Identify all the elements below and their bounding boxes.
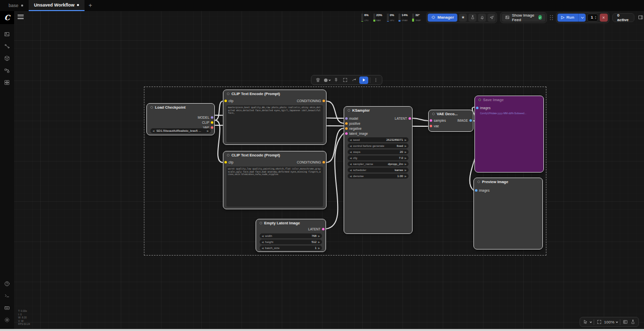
increment-arrow-icon[interactable]: ▶ bbox=[207, 130, 209, 132]
input-slot-clip[interactable]: clip bbox=[224, 99, 233, 103]
run-button[interactable]: ▷ Run bbox=[557, 14, 579, 22]
decrement-arrow-icon[interactable]: ◀ bbox=[350, 169, 352, 172]
slot-dot[interactable] bbox=[469, 119, 472, 122]
negative-prompt-textarea[interactable]: worst quality,low quality,painting,sketc… bbox=[226, 167, 323, 207]
filename-prefix-widget[interactable]: ComfyUI%date:yyyy-MM-dd%-Subseed... bbox=[480, 112, 540, 115]
input-slot-images[interactable]: images bbox=[476, 106, 491, 110]
increment-arrow-icon[interactable]: ▶ bbox=[318, 247, 320, 250]
output-slot-model[interactable]: MODEL bbox=[198, 116, 213, 119]
output-slot-latent[interactable]: LATENT bbox=[308, 227, 325, 231]
cfg-widget[interactable]: ◀ cfg 7.0 ▶ bbox=[348, 155, 409, 160]
pin-icon[interactable] bbox=[332, 76, 340, 84]
model-library-icon[interactable] bbox=[0, 52, 14, 64]
star-icon[interactable]: ★ bbox=[459, 14, 467, 22]
increment-arrow-icon[interactable]: ▶ bbox=[405, 151, 407, 153]
decrement-arrow-icon[interactable]: ◀ bbox=[262, 241, 264, 243]
input-slot-negative[interactable]: negative bbox=[345, 127, 362, 130]
canvas[interactable]: Load Checkpoint MODEL CLIP VAE ◀ SD1.5\b… bbox=[0, 0, 644, 331]
steps-widget[interactable]: ◀ steps 20 ▶ bbox=[348, 149, 409, 154]
decrement-arrow-icon[interactable]: ◀ bbox=[152, 130, 154, 132]
decrement-arrow-icon[interactable]: ◀ bbox=[262, 235, 264, 237]
slot-dot[interactable] bbox=[430, 125, 432, 127]
slot-dot[interactable] bbox=[430, 119, 432, 122]
minimap-icon[interactable] bbox=[623, 319, 628, 324]
more-icon[interactable] bbox=[372, 76, 379, 84]
input-slot-latent-image[interactable]: latent_image bbox=[345, 132, 368, 135]
node-clip-text-encode-negative[interactable]: CLIP Text Encode (Prompt) clip CONDITION… bbox=[223, 151, 327, 209]
hamburger-menu-icon[interactable] bbox=[18, 14, 24, 20]
increment-arrow-icon[interactable]: ▶ bbox=[405, 139, 407, 141]
slot-dot[interactable] bbox=[345, 122, 348, 125]
batch-count-stepper[interactable]: 1 ▲ ▼ bbox=[587, 14, 598, 22]
increment-arrow-icon[interactable]: ▶ bbox=[405, 175, 407, 178]
output-slot-clip[interactable]: CLIP bbox=[202, 121, 213, 124]
increment-arrow-icon[interactable]: ▶ bbox=[318, 241, 320, 243]
input-slot-vae[interactable]: vae bbox=[430, 124, 439, 128]
decrement-arrow-icon[interactable]: ◀ bbox=[350, 139, 352, 141]
decrement-icon[interactable]: ▼ bbox=[595, 18, 597, 20]
bell-icon[interactable] bbox=[478, 14, 486, 22]
slot-dot[interactable] bbox=[475, 189, 477, 192]
slot-dot[interactable] bbox=[211, 126, 213, 129]
node-save-image[interactable]: Save Image images ComfyUI%date:yyyy-MM-d… bbox=[474, 96, 544, 173]
templates-icon[interactable] bbox=[0, 76, 14, 89]
positive-prompt-textarea[interactable]: masterpiece,best quality,8k,raw photo,ph… bbox=[226, 105, 323, 142]
slot-dot[interactable] bbox=[224, 161, 227, 163]
increment-arrow-icon[interactable]: ▶ bbox=[318, 235, 320, 237]
tab-unsaved-workflow[interactable]: Unsaved Workflow bbox=[29, 0, 85, 11]
execute-icon[interactable] bbox=[359, 76, 368, 84]
slot-dot[interactable] bbox=[322, 228, 325, 230]
collapse-dot-icon[interactable] bbox=[432, 113, 435, 115]
seed-widget[interactable]: ◀ seed 2623289071 ▶ bbox=[348, 137, 409, 142]
flask-icon[interactable] bbox=[468, 14, 476, 22]
slot-dot[interactable] bbox=[476, 107, 478, 109]
manager-button[interactable]: Manager bbox=[428, 14, 458, 22]
collapse-dot-icon[interactable] bbox=[477, 181, 480, 183]
slot-dot[interactable] bbox=[345, 127, 348, 130]
decrement-arrow-icon[interactable]: ◀ bbox=[350, 151, 352, 153]
sampler-name-widget[interactable]: ◀ sampler_name dpmpp_2m ▶ bbox=[348, 161, 409, 167]
increment-arrow-icon[interactable]: ▶ bbox=[405, 157, 407, 159]
node-empty-latent-image[interactable]: Empty Latent Image LATENT ◀ width 768 ▶ … bbox=[256, 219, 326, 252]
increment-arrow-icon[interactable]: ▶ bbox=[405, 169, 407, 172]
collapse-dot-icon[interactable] bbox=[227, 154, 229, 156]
slot-dot[interactable] bbox=[224, 100, 227, 102]
width-widget[interactable]: ◀ width 768 ▶ bbox=[260, 233, 322, 238]
collapse-dot-icon[interactable] bbox=[348, 109, 350, 112]
delete-icon[interactable] bbox=[314, 76, 321, 84]
shortcuts-icon[interactable] bbox=[0, 302, 14, 314]
slot-dot[interactable] bbox=[409, 117, 411, 120]
queue-icon[interactable] bbox=[0, 28, 14, 40]
input-slot-model[interactable]: model bbox=[345, 117, 358, 120]
terminal-icon[interactable] bbox=[0, 290, 14, 302]
input-slot-positive[interactable]: positive bbox=[345, 122, 360, 125]
denoise-widget[interactable]: ◀ denoise 1.00 ▶ bbox=[348, 174, 409, 179]
slot-dot[interactable] bbox=[345, 132, 348, 135]
drag-handle[interactable] bbox=[550, 15, 553, 20]
output-slot-conditioning[interactable]: CONDITIONING bbox=[297, 99, 325, 103]
comfy-logo[interactable]: C bbox=[0, 11, 14, 24]
new-workflow-button[interactable]: + bbox=[85, 0, 96, 11]
node-library-icon[interactable] bbox=[0, 40, 14, 52]
frame-icon[interactable] bbox=[341, 76, 349, 84]
input-slot-clip[interactable]: clip bbox=[224, 160, 233, 164]
settings-icon[interactable] bbox=[0, 314, 14, 326]
decrement-arrow-icon[interactable]: ◀ bbox=[350, 157, 352, 159]
collapse-dot-icon[interactable] bbox=[227, 93, 229, 95]
input-slot-samples[interactable]: samples bbox=[430, 119, 446, 122]
bypass-icon[interactable] bbox=[350, 76, 358, 84]
node-preview-image[interactable]: Preview Image images bbox=[473, 178, 543, 250]
fit-view-icon[interactable] bbox=[597, 319, 602, 324]
decrement-arrow-icon[interactable]: ◀ bbox=[262, 247, 264, 250]
workflows-icon[interactable] bbox=[0, 64, 14, 76]
show-image-feed-button[interactable]: Show Image Feed ✓ bbox=[502, 14, 545, 22]
run-options-caret[interactable] bbox=[578, 14, 586, 22]
output-slot-conditioning[interactable]: CONDITIONING bbox=[297, 160, 325, 164]
control-before-generate-widget[interactable]: ◀ control before generate fixed ▶ bbox=[348, 143, 409, 148]
increment-arrow-icon[interactable]: ▶ bbox=[405, 145, 407, 147]
scheduler-widget[interactable]: ◀ scheduler karras ▶ bbox=[348, 168, 409, 173]
slot-dot[interactable] bbox=[211, 121, 213, 124]
increment-arrow-icon[interactable]: ▶ bbox=[405, 163, 407, 166]
color-icon[interactable] bbox=[323, 76, 331, 84]
input-slot-images[interactable]: images bbox=[475, 189, 490, 192]
